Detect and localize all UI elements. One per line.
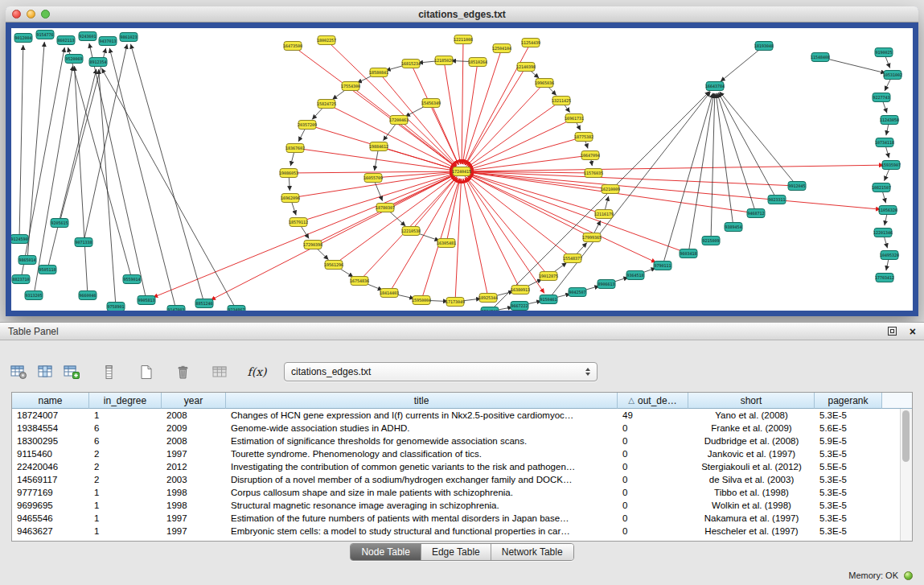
graph-node[interactable]: 18193048: [754, 42, 774, 51]
graph-node[interactable]: 9660046: [79, 291, 97, 300]
float-panel-button[interactable]: [887, 326, 898, 337]
graph-node[interactable]: 16210009: [601, 185, 620, 194]
table-row[interactable]: 911546021997Tourette syndrome. Phenomeno…: [12, 447, 900, 460]
graph-node[interactable]: 8602113: [57, 36, 75, 45]
graph-node[interactable]: 12140398: [516, 63, 536, 72]
graph-node[interactable]: 8823710: [12, 275, 30, 284]
column-header-name[interactable]: name: [12, 393, 89, 409]
column-header-short[interactable]: short: [688, 393, 815, 409]
graph-node[interactable]: 9905813: [138, 296, 155, 305]
table-row[interactable]: 977716911998Corpus callosum shape and si…: [12, 486, 900, 499]
graph-node[interactable]: 20357209: [298, 121, 317, 130]
table-row[interactable]: 1872400712008Changes of HCN gene express…: [12, 409, 900, 422]
graph-node[interactable]: 12185020: [434, 56, 454, 65]
scrollbar-thumb[interactable]: [902, 410, 910, 462]
import-table-button[interactable]: [209, 361, 231, 383]
graph-node[interactable]: 11254439: [521, 39, 540, 47]
table-chooser-select[interactable]: citations_edges.txt: [284, 362, 598, 381]
graph-node[interactable]: 10647094: [581, 151, 600, 160]
graph-node[interactable]: 18002257: [317, 36, 336, 45]
tab-edge-table[interactable]: Edge Table: [421, 544, 491, 560]
graph-node[interactable]: 10495320: [880, 251, 899, 260]
column-header-title[interactable]: title: [226, 393, 618, 409]
graph-node[interactable]: 16305481: [437, 239, 456, 248]
graph-node[interactable]: 9790111: [654, 262, 671, 270]
graph-node[interactable]: 11056320: [878, 206, 897, 215]
graph-node[interactable]: 9147003: [167, 306, 185, 311]
graph-node[interactable]: 9505118: [39, 266, 56, 274]
new-table-button[interactable]: [135, 361, 157, 383]
graph-node[interactable]: 9758901: [107, 303, 125, 311]
delete-table-button[interactable]: [172, 361, 194, 383]
graph-node[interactable]: 18579112: [289, 218, 308, 227]
graph-node[interactable]: 17703412: [875, 274, 894, 282]
graph-node[interactable]: 9124590: [11, 235, 28, 244]
graph-node[interactable]: 18925344: [478, 294, 498, 303]
graph-node[interactable]: 11548408: [811, 53, 830, 62]
graph-node[interactable]: 15456349: [421, 99, 441, 108]
graph-node[interactable]: 16962096: [281, 194, 300, 203]
graph-node[interactable]: 16815234: [401, 60, 421, 68]
graph-node[interactable]: 17240415: [452, 167, 471, 176]
graph-node[interactable]: 9861023: [120, 33, 138, 42]
graph-node[interactable]: 9023311: [768, 196, 786, 204]
table-options-button[interactable]: [8, 361, 30, 383]
graph-node[interactable]: 13211425: [552, 97, 571, 105]
window-titlebar[interactable]: citations_edges.txt: [6, 6, 918, 23]
graph-node[interactable]: 9437013: [99, 37, 117, 46]
graph-node[interactable]: 17999365: [582, 233, 602, 242]
graph-node[interactable]: 9912045: [788, 182, 806, 191]
graph-node[interactable]: 9520069: [65, 55, 83, 64]
graph-node[interactable]: 9603418: [680, 249, 697, 258]
graph-node[interactable]: 9227743: [873, 93, 890, 102]
graph-node[interactable]: 19884612: [369, 142, 388, 151]
graph-node[interactable]: 9284503: [481, 307, 499, 311]
graph-node[interactable]: 9364518: [626, 271, 644, 280]
graph-node[interactable]: 9865014: [18, 256, 36, 265]
graph-node[interactable]: 18414403: [380, 289, 399, 298]
graph-node[interactable]: 9313205: [25, 291, 43, 300]
table-row[interactable]: 1456911722003Disruption of a novel membe…: [12, 473, 900, 486]
graph-node[interactable]: 12211008: [454, 35, 473, 44]
graph-node[interactable]: 18367602: [285, 144, 305, 153]
close-window-button[interactable]: [12, 10, 21, 19]
graph-node[interactable]: 12504104: [492, 44, 511, 53]
graph-node[interactable]: 18510264: [468, 58, 487, 67]
show-columns-button[interactable]: [35, 361, 56, 383]
graph-node[interactable]: 17290398: [303, 241, 322, 249]
graph-node[interactable]: 9559014: [123, 275, 141, 284]
graph-node[interactable]: 18580841: [369, 68, 388, 77]
tab-node-table[interactable]: Node Table: [351, 544, 421, 560]
graph-node[interactable]: 17200461: [389, 116, 409, 125]
graph-node[interactable]: 16380913: [511, 286, 530, 295]
graph-node[interactable]: 16643784: [705, 82, 725, 91]
column-header-pagerank[interactable]: pagerank: [815, 393, 882, 409]
graph-node[interactable]: 9071338: [75, 238, 92, 247]
graph-node[interactable]: 10821507: [872, 183, 891, 192]
function-builder-button[interactable]: f(x): [246, 361, 268, 383]
graph-node[interactable]: 16961731: [565, 114, 584, 123]
graph-node[interactable]: 19561296: [324, 261, 343, 270]
graph-node[interactable]: 12116179: [594, 210, 614, 219]
graph-node[interactable]: 9154776: [36, 31, 54, 39]
graph-node[interactable]: 9243601: [79, 32, 97, 41]
column-header-options-button[interactable]: [98, 361, 120, 383]
column-header-year[interactable]: year: [162, 393, 226, 409]
graph-node[interactable]: 12210538: [401, 227, 421, 236]
graph-node[interactable]: 19012875: [539, 272, 558, 281]
graph-node[interactable]: 19086053: [279, 169, 298, 178]
graph-node[interactable]: 9215009: [702, 237, 720, 245]
graph-node[interactable]: 12201346: [873, 229, 893, 237]
graph-node[interactable]: 15935907: [881, 161, 901, 170]
close-panel-button[interactable]: ×: [910, 326, 916, 337]
graph-node[interactable]: 9667222: [511, 302, 528, 311]
graph-node[interactable]: 9389454: [725, 223, 742, 232]
graph-node[interactable]: 11243050: [880, 116, 899, 125]
graph-node[interactable]: 9042507: [569, 288, 586, 297]
column-header-in_degree[interactable]: in_degree: [89, 393, 162, 409]
tab-network-table[interactable]: Network Table: [491, 544, 573, 560]
table-row[interactable]: 946554611997Estimation of the future num…: [12, 512, 900, 525]
create-column-button[interactable]: [61, 361, 83, 383]
graph-node[interactable]: 9468712: [747, 209, 765, 218]
graph-node[interactable]: 10734118: [875, 138, 894, 147]
